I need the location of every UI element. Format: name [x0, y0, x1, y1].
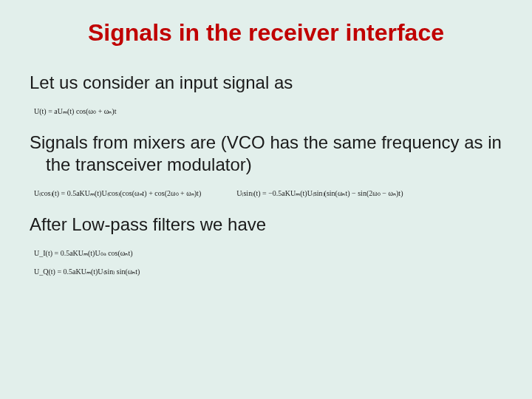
equation-mixer-cos: U₍cos₎(t) = 0.5aKUₘ(t)U₍cos₎(cos(ωₙt) + …: [34, 189, 201, 197]
paragraph-1: Let us consider an input signal as: [30, 72, 502, 94]
paragraph-3: After Low-pass filters we have: [30, 214, 502, 236]
equation-lpf-group: U_I(t) = 0.5aKUₘ(t)U₀ₐ cos(ωₙt) U_Q(t) =…: [34, 249, 502, 276]
equation-lpf-q: U_Q(t) = 0.5aKUₘ(t)U₍sin₎ sin(ωₙt): [34, 267, 502, 276]
paragraph-2: Signals from mixers are (VCO has the sam…: [30, 132, 502, 176]
slide: Signals in the receiver interface Let us…: [0, 0, 532, 399]
equation-mixers-row: U₍cos₎(t) = 0.5aKUₘ(t)U₍cos₎(cos(ωₙt) + …: [34, 189, 502, 197]
equation-lpf-i: U_I(t) = 0.5aKUₘ(t)U₀ₐ cos(ωₙt): [34, 249, 502, 257]
equation-input-signal: U(t) = aUₘ(t) cos(ω₀ + ωₙ)t: [34, 107, 502, 115]
equation-mixer-sin: U₍sin₎(t) = −0.5aKUₘ(t)U₍sin₎(sin(ωₙt) −…: [236, 189, 403, 197]
slide-title: Signals in the receiver interface: [30, 19, 502, 47]
